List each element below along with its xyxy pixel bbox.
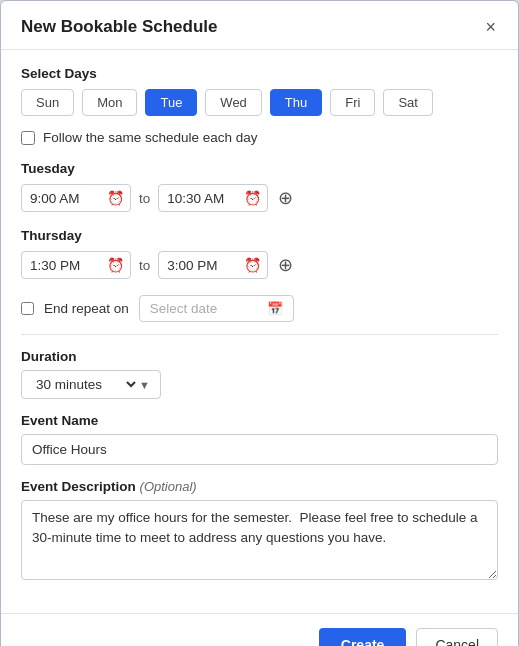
thursday-start-input[interactable]	[30, 258, 105, 273]
tuesday-end-wrap: ⏰	[158, 184, 268, 212]
event-name-group: Event Name	[21, 413, 498, 465]
tuesday-section: Tuesday ⏰ to ⏰ ⊕	[21, 161, 498, 212]
event-description-label: Event Description (Optional)	[21, 479, 498, 494]
modal-footer: Create Cancel	[1, 613, 518, 646]
thursday-time-row: ⏰ to ⏰ ⊕	[21, 251, 498, 279]
end-repeat-label: End repeat on	[44, 301, 129, 316]
chevron-down-icon: ▼	[139, 379, 150, 391]
tuesday-start-wrap: ⏰	[21, 184, 131, 212]
divider	[21, 334, 498, 335]
modal-title: New Bookable Schedule	[21, 17, 218, 37]
tuesday-time-row: ⏰ to ⏰ ⊕	[21, 184, 498, 212]
close-button[interactable]: ×	[483, 18, 498, 36]
event-name-input[interactable]	[21, 434, 498, 465]
thursday-section: Thursday ⏰ to ⏰ ⊕	[21, 228, 498, 279]
thursday-title: Thursday	[21, 228, 498, 243]
day-btn-thu[interactable]: Thu	[270, 89, 322, 116]
tuesday-to-label: to	[139, 191, 150, 206]
tuesday-add-time-button[interactable]: ⊕	[276, 189, 295, 207]
end-repeat-row: End repeat on Select date 📅	[21, 295, 498, 322]
date-input-wrap[interactable]: Select date 📅	[139, 295, 294, 322]
day-btn-sat[interactable]: Sat	[383, 89, 433, 116]
modal-body: Select Days Sun Mon Tue Wed Thu Fri Sat …	[1, 50, 518, 613]
same-schedule-checkbox[interactable]	[21, 131, 35, 145]
day-btn-wed[interactable]: Wed	[205, 89, 262, 116]
days-row: Sun Mon Tue Wed Thu Fri Sat	[21, 89, 498, 116]
create-button[interactable]: Create	[319, 628, 407, 646]
cancel-button[interactable]: Cancel	[416, 628, 498, 646]
tuesday-end-input[interactable]	[167, 191, 242, 206]
same-schedule-row: Follow the same schedule each day	[21, 130, 498, 145]
calendar-icon: 📅	[267, 301, 283, 316]
optional-label: (Optional)	[140, 479, 197, 494]
thursday-add-time-button[interactable]: ⊕	[276, 256, 295, 274]
same-schedule-label: Follow the same schedule each day	[43, 130, 258, 145]
clock-icon-tue-end: ⏰	[244, 190, 261, 206]
date-placeholder: Select date	[150, 301, 218, 316]
select-days-label: Select Days	[21, 66, 498, 81]
thursday-to-label: to	[139, 258, 150, 273]
event-description-group: Event Description (Optional) These are m…	[21, 479, 498, 583]
tuesday-start-input[interactable]	[30, 191, 105, 206]
duration-group: Duration 15 minutes 30 minutes 45 minute…	[21, 349, 498, 399]
select-days-group: Select Days Sun Mon Tue Wed Thu Fri Sat	[21, 66, 498, 116]
new-bookable-schedule-modal: New Bookable Schedule × Select Days Sun …	[0, 0, 519, 646]
clock-icon-thu-start: ⏰	[107, 257, 124, 273]
day-btn-fri[interactable]: Fri	[330, 89, 375, 116]
clock-icon-thu-end: ⏰	[244, 257, 261, 273]
duration-select[interactable]: 15 minutes 30 minutes 45 minutes 60 minu…	[32, 376, 139, 393]
modal-header: New Bookable Schedule ×	[1, 1, 518, 50]
thursday-end-wrap: ⏰	[158, 251, 268, 279]
day-btn-mon[interactable]: Mon	[82, 89, 137, 116]
tuesday-title: Tuesday	[21, 161, 498, 176]
duration-select-container: 15 minutes 30 minutes 45 minutes 60 minu…	[21, 370, 161, 399]
thursday-start-wrap: ⏰	[21, 251, 131, 279]
day-btn-tue[interactable]: Tue	[145, 89, 197, 116]
thursday-end-input[interactable]	[167, 258, 242, 273]
duration-label: Duration	[21, 349, 498, 364]
event-name-label: Event Name	[21, 413, 498, 428]
clock-icon-tue-start: ⏰	[107, 190, 124, 206]
day-btn-sun[interactable]: Sun	[21, 89, 74, 116]
end-repeat-checkbox[interactable]	[21, 302, 34, 315]
event-description-textarea[interactable]: These are my office hours for the semest…	[21, 500, 498, 580]
